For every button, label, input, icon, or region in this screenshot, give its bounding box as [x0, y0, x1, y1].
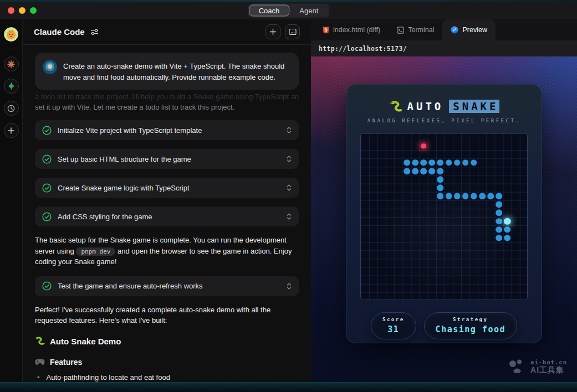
watermark: ai-bot.cn AI工具集 [508, 359, 567, 375]
paw-logo-icon [508, 359, 527, 375]
game-board [360, 133, 528, 300]
snake-segment [446, 193, 452, 199]
console-panel-icon [289, 28, 297, 35]
expand-chevrons-icon [287, 126, 292, 134]
check-circle-icon [42, 281, 52, 291]
tab-coach[interactable]: Coach [249, 5, 290, 17]
snake-segment [412, 168, 418, 174]
assistant-text-faded: a todo list to track this project. I'll … [35, 92, 299, 101]
section-subheading: Features [35, 358, 299, 367]
rail-item-history[interactable] [4, 101, 19, 116]
snake-segment [471, 193, 477, 199]
titlebar: Coach Agent [0, 2, 577, 19]
model-settings-button[interactable] [90, 28, 99, 35]
chat-panel-header: Claude Code [23, 19, 311, 45]
close-window-button[interactable] [8, 7, 14, 14]
snake-segment [446, 159, 452, 166]
chat-panel: Claude Code [22, 19, 311, 382]
preview-urlbar[interactable]: http://localhost:5173/ [311, 40, 577, 56]
strategy-label: Strategy [436, 317, 505, 322]
assistant-paragraph: Perfect! I've successfully created a com… [35, 305, 299, 326]
snake-segment [437, 168, 444, 174]
todo-item[interactable]: Set up basic HTML structure for the game [35, 149, 299, 169]
todo-item[interactable]: Test the game and ensure auto-refresh wo… [35, 276, 299, 296]
workspace-avatar[interactable] [4, 27, 18, 42]
agent-title: Claude Code [34, 27, 85, 37]
tab-terminal[interactable]: Terminal [389, 19, 442, 40]
check-circle-icon [42, 126, 52, 135]
snake-segment [420, 159, 427, 166]
tab-agent[interactable]: Agent [289, 5, 328, 17]
heading-text: Features [50, 358, 82, 367]
minimize-window-button[interactable] [19, 7, 25, 14]
tab-index-html-diff[interactable]: 5 index.html (diff) [314, 19, 389, 40]
todo-item[interactable]: Initialize Vite project with TypeScript … [35, 120, 299, 140]
compass-preview-icon [451, 26, 458, 34]
zoom-window-button[interactable] [30, 7, 37, 14]
rail-add-button[interactable] [4, 123, 19, 138]
rail-item-gemini[interactable] [4, 79, 19, 94]
bullet-dot: • [37, 373, 40, 381]
check-circle-icon [42, 212, 52, 221]
strategy-value: Chasing food [436, 324, 505, 334]
tab-label: index.html (diff) [333, 26, 380, 34]
snake-segment [437, 176, 444, 183]
expand-chevrons-icon [287, 155, 292, 163]
plus-icon [269, 28, 277, 35]
snake-segment [454, 193, 461, 199]
game-subtitle: ANALOG REFLEXES, PIXEL PERFECT. [346, 118, 542, 123]
orange-character-icon [4, 27, 18, 42]
snake-segment [479, 193, 486, 199]
feature-bullet: • Auto-pathfinding to locate and eat foo… [35, 373, 299, 381]
user-avatar-icon [43, 60, 57, 74]
snake-segment [471, 159, 477, 166]
snake-segment [504, 235, 510, 241]
snake-segment [462, 193, 469, 199]
snake-segment [429, 159, 436, 166]
window-bottom-edge [0, 382, 577, 392]
score-label: Score [382, 317, 405, 322]
editor-tabbar: 5 index.html (diff) Terminal Preview [311, 19, 577, 40]
snake-segment [437, 184, 444, 191]
snake-icon [35, 337, 45, 345]
snake-segment [496, 226, 502, 233]
snake-segment [437, 193, 444, 199]
app-rail [0, 19, 22, 382]
open-panel-button[interactable] [285, 24, 300, 39]
score-value: 31 [382, 324, 405, 334]
gamepad-icon [35, 359, 45, 365]
editor-panel: 5 index.html (diff) Terminal Preview [311, 19, 577, 382]
url-text: http://localhost:5173/ [319, 45, 407, 53]
user-avatar [43, 60, 57, 74]
snake-segment [487, 193, 494, 199]
snake-segment [420, 168, 427, 174]
game-card: AUTO SNAKE ANALOG REFLEXES, PIXEL PERFEC… [346, 84, 542, 343]
snake-segment [454, 159, 461, 166]
snake-segment [496, 193, 502, 199]
chat-scroll-area[interactable]: Create an auto-snake demo with Vite + Ty… [23, 45, 311, 382]
snake-segment [429, 168, 436, 174]
tab-label: Terminal [408, 26, 434, 34]
todo-item[interactable]: Add CSS styling for the game [35, 207, 299, 226]
snake-segment [404, 168, 410, 174]
svg-text:5: 5 [324, 28, 328, 33]
check-circle-icon [42, 154, 52, 164]
snake-segment [496, 218, 502, 225]
strategy-pill: Strategy Chasing food [424, 312, 517, 339]
todo-label: Test the game and ensure auto-refresh wo… [58, 282, 203, 290]
todo-item[interactable]: Create Snake game logic with TypeScript [35, 178, 299, 198]
snake-segment [404, 159, 410, 166]
rail-item-claude[interactable] [4, 56, 19, 71]
todo-label: Initialize Vite project with TypeScript … [58, 126, 202, 135]
gemini-diamond-icon [7, 82, 16, 90]
todo-label: Set up basic HTML structure for the game [58, 155, 191, 163]
watermark-domain: ai-bot.cn [530, 359, 567, 365]
rail-divider [5, 49, 17, 49]
html5-icon: 5 [323, 27, 329, 34]
stats-row: Score 31 Strategy Chasing food [346, 312, 542, 339]
bullet-text: Auto-pathfinding to locate and eat food [47, 373, 170, 381]
new-chat-button[interactable] [265, 24, 280, 39]
snake-segment [496, 210, 502, 216]
preview-viewport: AUTO SNAKE ANALOG REFLEXES, PIXEL PERFEC… [311, 56, 577, 382]
tab-preview[interactable]: Preview [442, 19, 495, 40]
